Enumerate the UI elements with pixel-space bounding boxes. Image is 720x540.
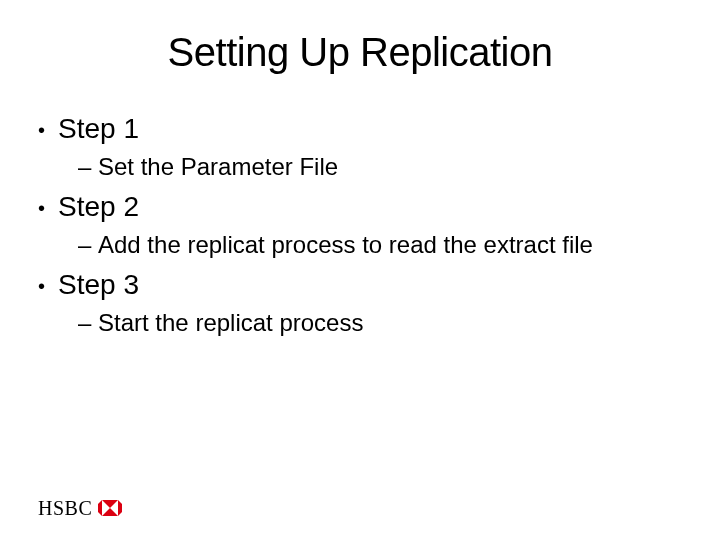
content-area: • Step 1 – Set the Parameter File • Step… [0, 113, 720, 337]
tri-left [98, 500, 102, 516]
logo: HSBC [38, 496, 122, 520]
step-line: • Step 3 [38, 269, 682, 301]
slide-title: Setting Up Replication [0, 30, 720, 75]
tri-right [118, 500, 122, 516]
step-label: Step 1 [58, 113, 139, 145]
step-item: • Step 2 – Add the replicat process to r… [38, 191, 682, 259]
bullet-icon: • [38, 197, 58, 220]
sub-line: – Set the Parameter File [38, 153, 682, 181]
step-label: Step 2 [58, 191, 139, 223]
step-label: Step 3 [58, 269, 139, 301]
slide: Setting Up Replication • Step 1 – Set th… [0, 0, 720, 540]
step-item: • Step 3 – Start the replicat process [38, 269, 682, 337]
sub-text: Set the Parameter File [98, 153, 338, 181]
step-item: • Step 1 – Set the Parameter File [38, 113, 682, 181]
dash-icon: – [78, 153, 98, 181]
sub-text: Start the replicat process [98, 309, 363, 337]
step-line: • Step 1 [38, 113, 682, 145]
bullet-icon: • [38, 119, 58, 142]
sub-line: – Add the replicat process to read the e… [38, 231, 682, 259]
step-line: • Step 2 [38, 191, 682, 223]
dash-icon: – [78, 309, 98, 337]
logo-text: HSBC [38, 497, 92, 520]
bullet-icon: • [38, 275, 58, 298]
dash-icon: – [78, 231, 98, 259]
sub-line: – Start the replicat process [38, 309, 682, 337]
hexagon-icon [98, 496, 122, 520]
sub-text: Add the replicat process to read the ext… [98, 231, 593, 259]
